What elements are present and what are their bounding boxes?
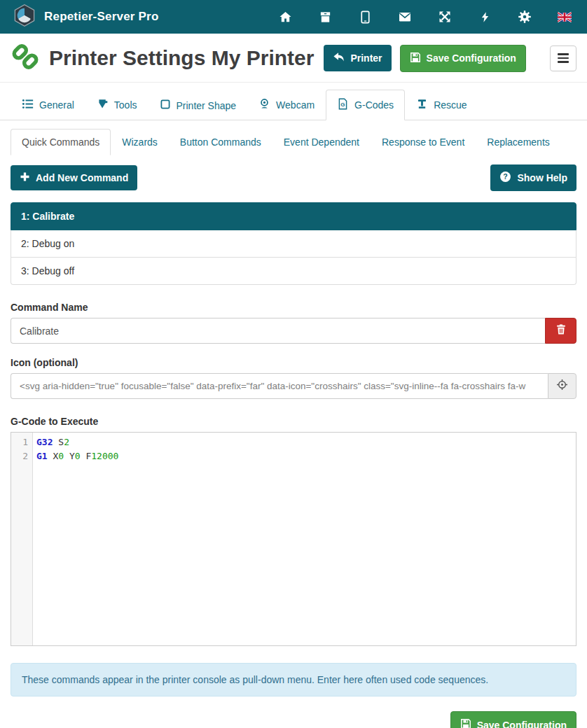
- save-configuration-button-top[interactable]: Save Configuration: [400, 45, 526, 72]
- extruder-nozzle-icon: [97, 98, 109, 112]
- messages-icon[interactable]: [398, 10, 412, 24]
- gcode-file-icon: G: [337, 98, 349, 112]
- tab-general[interactable]: General: [11, 90, 85, 120]
- power-icon[interactable]: [478, 10, 492, 24]
- add-new-command-button[interactable]: Add New Command: [11, 165, 137, 190]
- page-title: Printer Settings My Printer: [49, 46, 314, 70]
- quick-command-list: 1: Calibrate 2: Debug on 3: Debug off: [11, 202, 576, 285]
- save-floppy-icon: [460, 718, 471, 728]
- gcodes-subtab-bar: Quick Commands Wizards Button Commands E…: [0, 120, 587, 155]
- delete-command-button[interactable]: [545, 318, 576, 344]
- command-list-item-debug-on[interactable]: 2: Debug on: [11, 230, 576, 258]
- reply-arrow-icon: [333, 51, 345, 65]
- info-message: These commands appear in the printer con…: [11, 663, 576, 696]
- icon-preview-addon: [548, 373, 576, 399]
- printer-icon[interactable]: [318, 10, 332, 24]
- menu-toggle-button[interactable]: [550, 46, 576, 71]
- list-icon: [22, 98, 34, 112]
- code-line: G1 X0 Y0 F12000: [36, 449, 576, 463]
- command-name-label: Command Name: [11, 302, 576, 313]
- hamburger-icon: [558, 53, 569, 55]
- subtab-wizards[interactable]: Wizards: [111, 129, 169, 155]
- printer-back-button[interactable]: Printer: [324, 45, 391, 71]
- line-number: 1: [11, 435, 32, 449]
- subtab-event-dependent[interactable]: Event Dependent: [272, 129, 371, 155]
- subtab-quick-commands[interactable]: Quick Commands: [11, 129, 111, 155]
- rescue-plunger-icon: [416, 98, 428, 112]
- webcam-icon: [258, 98, 270, 112]
- chain-link-icon: [11, 43, 40, 74]
- command-name-input[interactable]: [11, 318, 545, 344]
- home-icon[interactable]: [278, 10, 292, 24]
- tab-printer-shape[interactable]: Printer Shape: [149, 90, 248, 120]
- subtab-response-to-event[interactable]: Response to Event: [371, 129, 476, 155]
- tab-webcam[interactable]: Webcam: [247, 90, 326, 120]
- brand-title: Repetier-Server Pro: [44, 10, 158, 24]
- crosshairs-icon: [556, 379, 568, 393]
- gcode-editor[interactable]: 1 2 G32 S2 G1 X0 Y0 F12000: [11, 432, 576, 646]
- footer: Save Configuration: [11, 711, 576, 728]
- editor-code-area[interactable]: G32 S2 G1 X0 Y0 F12000: [33, 433, 576, 645]
- command-list-item-calibrate[interactable]: 1: Calibrate: [11, 202, 576, 230]
- command-list-item-debug-off[interactable]: 3: Debug off: [11, 258, 576, 285]
- question-circle-icon: ?: [499, 171, 511, 185]
- settings-gear-icon[interactable]: [518, 10, 532, 24]
- save-floppy-icon: [410, 52, 421, 65]
- gcode-to-execute-label: G-Code to Execute: [11, 416, 576, 427]
- app-logo-icon: [13, 4, 36, 30]
- commands-toolbar: Add New Command ? Show Help: [11, 164, 576, 191]
- subtab-button-commands[interactable]: Button Commands: [169, 129, 272, 155]
- language-flag-icon[interactable]: [558, 10, 572, 24]
- fullscreen-icon[interactable]: [438, 10, 452, 24]
- trash-icon: [555, 323, 567, 338]
- svg-text:?: ?: [504, 172, 508, 181]
- icon-svg-input[interactable]: [11, 373, 548, 399]
- show-help-button[interactable]: ? Show Help: [490, 164, 576, 191]
- square-outline-icon: [160, 99, 171, 112]
- plus-icon: [20, 172, 30, 184]
- tab-tools[interactable]: Tools: [85, 90, 149, 120]
- icon-optional-label: Icon (optional): [11, 357, 576, 368]
- top-navbar: Repetier-Server Pro: [0, 0, 587, 34]
- svg-text:G: G: [340, 102, 345, 108]
- subtab-replacements[interactable]: Replacements: [476, 129, 561, 155]
- settings-tab-bar: General Tools Printer Shape Webcam: [0, 83, 587, 120]
- save-configuration-button-bottom[interactable]: Save Configuration: [450, 711, 576, 728]
- tablet-icon[interactable]: [358, 10, 372, 24]
- tab-rescue[interactable]: Rescue: [405, 90, 478, 120]
- brand[interactable]: Repetier-Server Pro: [13, 4, 158, 30]
- line-number: 2: [11, 449, 32, 463]
- tab-g-codes[interactable]: G G-Codes: [326, 90, 405, 120]
- page-header: Printer Settings My Printer Printer Save…: [0, 34, 587, 83]
- code-line: G32 S2: [36, 435, 576, 449]
- editor-line-number-gutter: 1 2: [11, 433, 33, 645]
